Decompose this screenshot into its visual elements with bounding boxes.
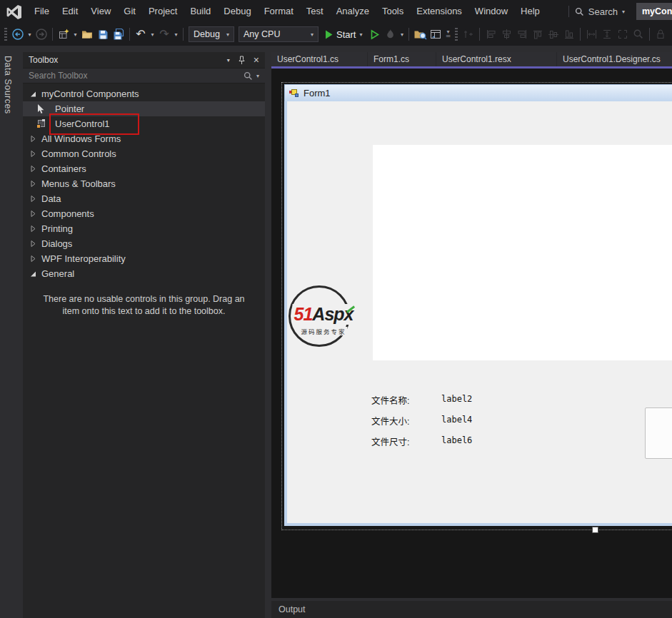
platform-combo-caret-icon: ▾ [311, 31, 314, 38]
group-label: General [41, 268, 74, 279]
menu-item-window[interactable]: Window [468, 0, 514, 23]
document-tab-usercontrol1-resx[interactable]: UserControl1.resx [436, 52, 556, 66]
window-layout-button[interactable] [428, 26, 443, 43]
document-tab-usercontrol1-designer-cs[interactable]: UserControl1.Designer.cs [557, 52, 672, 66]
toolbox-item-wpf-interoperability[interactable]: WPF Interoperability [23, 251, 265, 266]
menu-item-analyze[interactable]: Analyze [330, 0, 376, 23]
save-button[interactable] [95, 26, 111, 43]
lock-controls-icon [656, 29, 666, 40]
undo-caret[interactable]: ▾ [149, 26, 156, 43]
expander[interactable] [30, 255, 36, 263]
search-control[interactable]: Search ▾ [575, 6, 625, 17]
make-same-height-button[interactable] [599, 26, 615, 43]
menu-item-view[interactable]: View [84, 0, 117, 23]
search-options-caret-icon[interactable]: ▾ [256, 73, 259, 79]
toolbox-item-containers[interactable]: Containers [23, 161, 265, 176]
document-tab-usercontrol1-cs[interactable]: UserControl1.cs [271, 52, 367, 66]
toolbox-item-pointer[interactable]: Pointer [23, 101, 265, 116]
expander[interactable] [30, 135, 36, 143]
menu-item-format[interactable]: Format [258, 0, 300, 23]
toolbox-item-mycontrol-components[interactable]: myControl Components [23, 86, 265, 101]
menu-item-debug[interactable]: Debug [217, 0, 257, 23]
undo-button[interactable]: ↶ [133, 26, 149, 43]
document-tab-form1-cs[interactable]: Form1.cs [368, 52, 436, 66]
toolbar-separator [129, 28, 130, 41]
menu-item-file[interactable]: File [28, 0, 56, 23]
lock-controls-button[interactable] [653, 26, 668, 43]
make-same-size-button[interactable] [615, 26, 631, 43]
align-rights-button[interactable] [514, 26, 530, 43]
open-file-button[interactable] [79, 26, 95, 43]
start-debugging-button[interactable]: Start▾ [321, 26, 366, 43]
menu-item-edit[interactable]: Edit [56, 0, 84, 23]
redo-button[interactable]: ↷ [156, 26, 172, 43]
menu-item-test[interactable]: Test [300, 0, 330, 23]
navigate-forward-button[interactable] [34, 26, 49, 43]
form-button[interactable] [645, 407, 672, 459]
start-play-icon [325, 30, 333, 39]
zoom-button[interactable] [631, 26, 646, 43]
solution-name-badge[interactable]: myCon [636, 3, 672, 20]
make-same-width-button[interactable] [583, 26, 599, 43]
new-project-caret[interactable]: ▾ [71, 26, 79, 43]
align-middles-button[interactable] [546, 26, 561, 43]
data-sources-vertical-tab[interactable]: Data Sources [3, 56, 13, 114]
toolbar-overflow-caret[interactable]: ▾═ [443, 30, 452, 39]
save-all-button[interactable] [111, 26, 126, 43]
toolbox-item-usercontrol1[interactable]: UserControl1 [23, 116, 265, 131]
toolbox-search-input[interactable]: Search Toolbox ▾ [23, 68, 265, 83]
debug-configuration-combo[interactable]: Debug▾ [189, 26, 234, 42]
toolbox-item-all-windows-forms[interactable]: All Windows Forms [23, 131, 265, 146]
menu-item-help[interactable]: Help [514, 0, 546, 23]
align-centers-button[interactable] [498, 26, 514, 43]
menu-item-extensions[interactable]: Extensions [410, 0, 468, 23]
toolbox-header: Toolbox ▾ × [23, 52, 265, 68]
expander[interactable] [30, 180, 36, 188]
platform-combo[interactable]: Any CPU▾ [239, 26, 319, 42]
hot-reload-caret[interactable]: ▾ [398, 26, 406, 43]
visual-studio-logo-icon[interactable] [6, 4, 23, 19]
toolbox-item-menus-toolbars[interactable]: Menus & Toolbars [23, 176, 265, 191]
expander[interactable] [30, 195, 36, 203]
snap-to-grid-button[interactable] [461, 26, 476, 43]
menu-item-git[interactable]: Git [117, 0, 142, 23]
output-panel[interactable]: Output [271, 598, 672, 618]
new-project-button[interactable] [56, 26, 71, 43]
navigate-backward-caret[interactable]: ▾ [26, 26, 34, 43]
navigate-backward-button[interactable] [10, 26, 26, 43]
expander[interactable] [30, 210, 36, 218]
expander[interactable] [30, 90, 36, 98]
picture-box[interactable] [373, 145, 672, 360]
align-lefts-button[interactable] [483, 26, 498, 43]
find-in-files-button[interactable] [412, 26, 428, 43]
menu-item-project[interactable]: Project [142, 0, 184, 23]
window-position-caret-icon[interactable]: ▾ [227, 57, 230, 64]
align-tops-button[interactable] [530, 26, 546, 43]
expander[interactable] [30, 165, 36, 173]
toolbox-item-components[interactable]: Components [23, 206, 265, 221]
expander[interactable] [30, 240, 36, 248]
toolbox-item-data[interactable]: Data [23, 191, 265, 206]
expander[interactable] [30, 270, 36, 278]
align-bottoms-button[interactable] [561, 26, 577, 43]
pin-icon[interactable] [238, 56, 246, 65]
logo-brand-text: 51Aspx [293, 304, 355, 325]
expander[interactable] [30, 225, 36, 233]
toolbox-item-general[interactable]: General [23, 266, 265, 281]
start-without-debugging-button[interactable] [366, 26, 382, 43]
designed-form[interactable]: Form1 51Aspx 源码服务专家 文件名称:label2文件大小:labe… [284, 84, 672, 526]
toolbox-item-dialogs[interactable]: Dialogs [23, 236, 265, 251]
hot-reload-button[interactable] [382, 26, 398, 43]
close-icon[interactable]: × [254, 56, 259, 64]
toolbox-item-common-controls[interactable]: Common Controls [23, 146, 265, 161]
designer-canvas: Form1 51Aspx 源码服务专家 文件名称:label2文件大小:labe… [271, 69, 672, 598]
form-client-area[interactable]: 51Aspx 源码服务专家 文件名称:label2文件大小:label4文件尺寸… [284, 101, 672, 526]
redo-caret[interactable]: ▾ [172, 26, 180, 43]
snap-to-grid-icon [463, 29, 474, 40]
expander-collapsed-icon [30, 150, 36, 158]
menu-item-tools[interactable]: Tools [376, 0, 410, 23]
menu-item-build[interactable]: Build [184, 0, 217, 23]
form-resize-handle[interactable] [592, 527, 598, 533]
expander[interactable] [30, 150, 36, 158]
toolbox-item-printing[interactable]: Printing [23, 221, 265, 236]
